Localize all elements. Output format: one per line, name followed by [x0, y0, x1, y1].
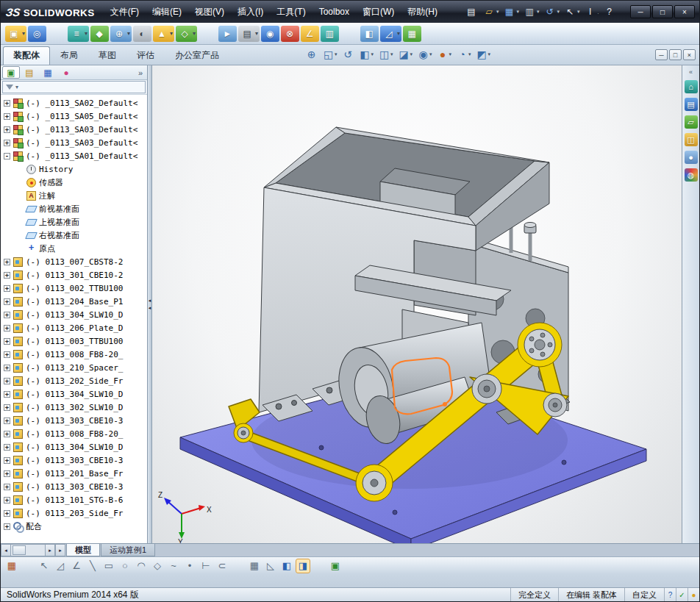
convert-entities-icon[interactable]: ⊂ — [215, 559, 229, 573]
tree-expander[interactable] — [4, 113, 10, 120]
tree-item[interactable]: (-) _0113_SA01_Default< — [1, 149, 147, 162]
tree-expander[interactable] — [4, 285, 10, 292]
tree-expander[interactable] — [4, 365, 10, 371]
tree-expander[interactable] — [4, 418, 10, 424]
tree-expander[interactable] — [4, 484, 10, 490]
show-hidden-components-icon[interactable]: ◐ — [133, 26, 151, 42]
angle-snap-icon[interactable]: ◺ — [263, 559, 278, 573]
tree-item[interactable]: (-) 0113_210_Spacer_ — [1, 361, 147, 374]
menu-item[interactable]: 视图(V) — [188, 1, 231, 23]
interference-detection-icon[interactable]: ⊗ — [281, 26, 299, 42]
tree-expander[interactable] — [4, 312, 10, 318]
restore-button[interactable]: □ — [652, 5, 673, 18]
doc-restore-button[interactable]: □ — [669, 49, 682, 60]
menu-item[interactable]: 帮助(H) — [401, 1, 444, 23]
reference-geometry-icon[interactable]: ◇ ▾ — [176, 26, 197, 42]
select-pointer-icon[interactable]: ↖ ▾ — [562, 5, 582, 19]
tree-item[interactable]: 配合 — [1, 520, 147, 533]
tree-item[interactable]: (-) 0113_008_FB8-20_ — [1, 348, 147, 361]
tree-item[interactable]: (-) 0113_302_SLW10_D — [1, 401, 147, 414]
save-icon[interactable]: ▦ ▾ — [501, 5, 521, 19]
menu-item[interactable]: 插入(I) — [231, 1, 270, 23]
tree-item[interactable]: (-) 0113_003_TTBU100 — [1, 334, 147, 348]
tree-expander[interactable] — [4, 444, 10, 451]
taskpane-collapse-icon[interactable]: « — [689, 68, 693, 76]
exploded-view-icon[interactable]: ◉ — [261, 26, 279, 42]
tree-expander[interactable] — [4, 457, 10, 464]
tree-item[interactable]: (-) 0113_201_Base_Fr — [1, 467, 147, 480]
zoom-to-area-icon[interactable]: ◱ ▾ — [321, 47, 339, 62]
tree-item[interactable]: History — [1, 162, 147, 176]
tree-expander[interactable] — [4, 523, 10, 530]
previous-view-icon[interactable]: ↺ — [340, 47, 356, 62]
tree-item[interactable]: (-) _0113_SA02_Default< — [1, 96, 147, 110]
displaymanager-tab[interactable]: ● — [57, 66, 75, 79]
tree-expander[interactable] — [4, 510, 10, 517]
tree-expander[interactable] — [4, 325, 10, 332]
tree-expander[interactable] — [4, 126, 10, 133]
smart-dimension-icon[interactable]: ∠ — [69, 559, 84, 573]
save-icon[interactable]: ▦ — [4, 559, 19, 573]
tree-item[interactable]: 右视基准面 — [1, 229, 147, 242]
separator[interactable] — [231, 559, 246, 573]
select-icon[interactable]: ↖ — [37, 559, 51, 573]
commandmanager-tab[interactable]: 布局 — [50, 46, 88, 65]
tree-item[interactable]: (-) 0113_304_SLW10_D — [1, 387, 147, 401]
tree-item[interactable]: (-) 0113_303_CBE10-3 — [1, 480, 147, 493]
tree-item[interactable]: (-) 0113_304_SLW10_D — [1, 440, 147, 454]
menu-item[interactable]: 工具(T) — [270, 1, 312, 23]
tree-expander[interactable] — [4, 351, 10, 358]
close-button[interactable]: × — [674, 5, 695, 18]
custom-properties-icon[interactable]: ◍ — [685, 168, 698, 182]
tree-item[interactable]: 上视基准面 — [1, 215, 147, 229]
section-view-icon[interactable]: ◧ ▾ — [357, 47, 376, 62]
tree-item[interactable]: (-) _0113_SA05_Default< — [1, 110, 147, 123]
sketch-icon[interactable]: ◿ — [53, 559, 68, 573]
menu-item[interactable]: 窗口(W) — [356, 1, 401, 23]
tree-item[interactable]: 前视基准面 — [1, 202, 147, 215]
linear-component-pattern-icon[interactable]: ≡ ▾ — [68, 26, 89, 42]
tree-item[interactable]: (-) 0113_301_CBE10-2 — [1, 268, 147, 282]
section-view-icon[interactable]: ◨ — [296, 559, 310, 573]
separator[interactable] — [48, 26, 66, 42]
new-motion-study-icon[interactable]: ► — [218, 26, 237, 42]
circle-icon[interactable]: ○ — [118, 559, 132, 573]
tree-item[interactable]: (-) 0113_303_CBE10-3 — [1, 414, 147, 427]
smart-fasteners-icon[interactable]: ◆ — [90, 26, 109, 42]
section-view-icon[interactable]: ◧ — [360, 26, 379, 42]
featuremanager-icon[interactable]: ▣ — [328, 559, 343, 573]
assembly-model[interactable]: Z X Y — [152, 65, 682, 543]
mass-properties-icon[interactable]: ▥ — [321, 26, 339, 42]
open-icon[interactable]: ▱ ▾ — [481, 5, 501, 19]
menu-item[interactable]: 文件(F) — [104, 1, 146, 23]
bill-of-materials-icon[interactable]: ▤ ▾ — [238, 26, 260, 42]
commandmanager-tab[interactable]: 评估 — [126, 46, 165, 65]
mate-icon[interactable]: ◎ — [28, 26, 46, 42]
tree-item[interactable]: 注解 — [1, 189, 147, 202]
assembly-features-icon[interactable]: ▲ ▾ — [153, 26, 174, 42]
view-settings-icon[interactable]: ◩ ▾ — [474, 47, 493, 62]
tree-item[interactable]: 原点 — [1, 242, 147, 255]
tree-expander[interactable] — [4, 404, 10, 411]
grid-snap-icon[interactable]: ▦ — [247, 559, 262, 573]
appearances-scenes-icon[interactable]: ● — [685, 151, 698, 164]
line-icon[interactable]: ╲ — [85, 559, 100, 573]
tree-item[interactable]: (-) 0113_202_Side_Fr — [1, 374, 147, 387]
arc-icon[interactable]: ◠ — [134, 559, 149, 573]
tree-scroll-left-button[interactable]: ◂ — [1, 544, 11, 556]
separator[interactable] — [21, 559, 35, 573]
tree-expander[interactable] — [4, 153, 10, 160]
tree-item[interactable]: (-) 0113_002_TTBU100 — [1, 282, 147, 295]
print-icon[interactable]: ▥ ▾ — [521, 5, 541, 19]
rectangle-icon[interactable]: ▭ — [101, 559, 116, 573]
tree-expander[interactable] — [4, 100, 10, 107]
edit-appearance-icon[interactable]: ● ▾ — [435, 47, 454, 62]
scrollbar-thumb[interactable] — [12, 545, 26, 555]
tab-pane-arrow-button[interactable]: ▸ — [55, 544, 65, 556]
commandmanager-tab[interactable]: 草图 — [88, 46, 126, 65]
info-icon[interactable]: I . — [582, 5, 601, 19]
undo-icon[interactable]: ↺ ▾ — [542, 5, 562, 19]
tree-item[interactable]: (-) _0113_SA03_Default< — [1, 123, 147, 136]
tree-expander[interactable] — [4, 338, 10, 345]
apply-scene-icon[interactable]: ◔ ▾ — [454, 47, 473, 62]
